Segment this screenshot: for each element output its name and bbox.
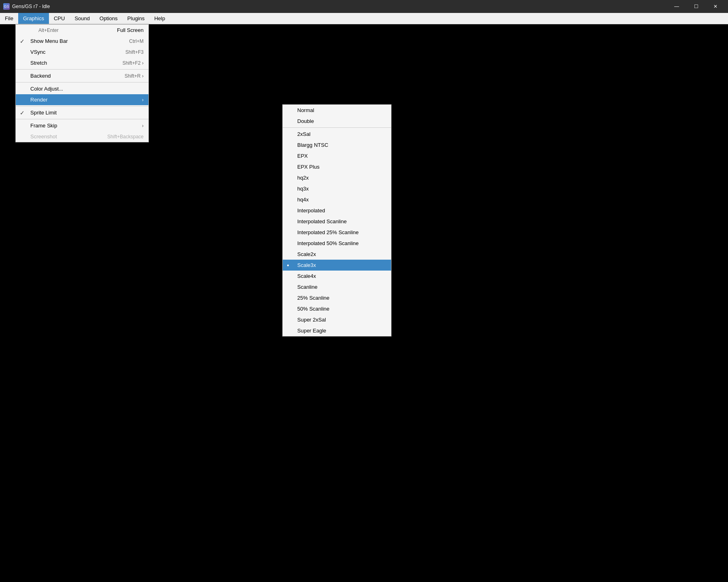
render-hq2x-label: hq2x: [297, 175, 309, 181]
render-label: Render: [30, 97, 48, 103]
render-interpolated-25-scanline-label: Interpolated 25% Scanline: [297, 229, 359, 235]
menu-color-adjust[interactable]: Color Adjust...: [16, 83, 148, 94]
render-hq3x-label: hq3x: [297, 186, 309, 192]
separator-3: [16, 106, 148, 106]
stretch-label: Stretch: [30, 60, 47, 66]
render-interpolated-scanline-label: Interpolated Scanline: [297, 218, 347, 224]
render-super-eagle[interactable]: Super Eagle: [283, 325, 391, 336]
vsync-shortcut: Shift+F3: [125, 49, 144, 55]
render-25-scanline[interactable]: 25% Scanline: [283, 292, 391, 303]
minimize-button[interactable]: —: [667, 0, 686, 13]
render-epx-plus-label: EPX Plus: [297, 164, 320, 170]
render-epx-label: EPX: [297, 153, 308, 159]
render-double-label: Double: [297, 118, 314, 124]
render-25-scanline-label: 25% Scanline: [297, 295, 330, 301]
render-epx[interactable]: EPX: [283, 150, 391, 161]
screenshot-label: Screenshot: [30, 133, 57, 140]
menu-full-screen[interactable]: Alt+Enter Full Screen: [16, 25, 148, 36]
menu-render[interactable]: Render ›: [16, 94, 148, 105]
render-blargg-ntsc-label: Blargg NTSC: [297, 142, 328, 148]
menu-stretch[interactable]: Stretch Shift+F2 ›: [16, 57, 148, 68]
render-scale4x-label: Scale4x: [297, 273, 316, 279]
render-scanline-label: Scanline: [297, 284, 317, 290]
render-scale2x[interactable]: Scale2x: [283, 249, 391, 260]
menu-item-plugins[interactable]: Plugins: [123, 13, 150, 24]
render-interpolated-scanline[interactable]: Interpolated Scanline: [283, 216, 391, 227]
render-scale3x[interactable]: ● Scale3x: [283, 260, 391, 271]
sprite-limit-label: Sprite Limit: [30, 110, 57, 116]
close-button[interactable]: ✕: [706, 0, 725, 13]
show-menu-bar-shortcut: Ctrl+M: [129, 38, 144, 44]
color-adjust-label: Color Adjust...: [30, 86, 63, 92]
menu-item-options[interactable]: Options: [95, 13, 123, 24]
render-scale3x-label: Scale3x: [297, 262, 316, 268]
render-normal[interactable]: Normal: [283, 105, 391, 116]
maximize-button[interactable]: ☐: [687, 0, 705, 13]
menu-vsync[interactable]: VSync Shift+F3: [16, 47, 148, 57]
render-normal-label: Normal: [297, 107, 314, 113]
menu-item-sound[interactable]: Sound: [70, 13, 95, 24]
render-blargg-ntsc[interactable]: Blargg NTSC: [283, 140, 391, 150]
render-hq4x-label: hq4x: [297, 197, 309, 203]
render-hq2x[interactable]: hq2x: [283, 172, 391, 183]
menu-sprite-limit[interactable]: ✓ Sprite Limit: [16, 107, 148, 118]
title-bar-controls: — ☐ ✕: [667, 0, 725, 13]
render-super-eagle-label: Super Eagle: [297, 328, 326, 334]
render-scanline[interactable]: Scanline: [283, 281, 391, 292]
stretch-shortcut: Shift+F2 ›: [123, 60, 144, 66]
render-submenu: Normal Double 2xSal Blargg NTSC EPX EPX …: [282, 104, 392, 337]
menu-screenshot[interactable]: Screenshot Shift+Backspace: [16, 131, 148, 142]
render-hq3x[interactable]: hq3x: [283, 183, 391, 194]
show-menu-bar-check: ✓: [20, 38, 25, 44]
title-bar-text: Gens/GS r7 - Idle: [12, 4, 50, 9]
full-screen-label: Full Screen: [117, 27, 144, 33]
menu-item-help[interactable]: Help: [149, 13, 170, 24]
title-bar: GS Gens/GS r7 - Idle — ☐ ✕: [0, 0, 728, 13]
frame-skip-label: Frame Skip: [30, 123, 57, 129]
title-bar-left: GS Gens/GS r7 - Idle: [3, 3, 50, 10]
render-50-scanline[interactable]: 50% Scanline: [283, 303, 391, 314]
menu-show-menu-bar[interactable]: ✓ Show Menu Bar Ctrl+M: [16, 36, 148, 47]
render-scale2x-label: Scale2x: [297, 251, 316, 257]
separator-1: [16, 69, 148, 70]
separator-2: [16, 82, 148, 83]
menu-item-cpu[interactable]: CPU: [49, 13, 70, 24]
render-arrow: ›: [142, 97, 144, 103]
render-interpolated-25-scanline[interactable]: Interpolated 25% Scanline: [283, 227, 391, 238]
menu-frame-skip[interactable]: Frame Skip ›: [16, 120, 148, 131]
render-double[interactable]: Double: [283, 116, 391, 127]
render-sep-1: [283, 127, 391, 128]
render-2xsal-label: 2xSal: [297, 131, 311, 137]
backend-label: Backend: [30, 73, 51, 79]
sprite-limit-check: ✓: [20, 110, 25, 116]
render-interpolated-50-scanline-label: Interpolated 50% Scanline: [297, 240, 359, 246]
vsync-label: VSync: [30, 49, 46, 55]
menu-item-file[interactable]: File: [0, 13, 18, 24]
render-interpolated-label: Interpolated: [297, 207, 325, 214]
render-interpolated-50-scanline[interactable]: Interpolated 50% Scanline: [283, 238, 391, 249]
render-hq4x[interactable]: hq4x: [283, 194, 391, 205]
render-super-2xsal-label: Super 2xSal: [297, 317, 326, 323]
render-50-scanline-label: 50% Scanline: [297, 306, 330, 312]
render-scale4x[interactable]: Scale4x: [283, 271, 391, 281]
app-icon: GS: [3, 3, 10, 10]
render-2xsal[interactable]: 2xSal: [283, 129, 391, 140]
menu-backend[interactable]: Backend Shift+R ›: [16, 70, 148, 81]
render-epx-plus[interactable]: EPX Plus: [283, 161, 391, 172]
menu-bar: File Graphics CPU Sound Options Plugins …: [0, 13, 728, 24]
render-super-2xsal[interactable]: Super 2xSal: [283, 314, 391, 325]
menu-item-graphics[interactable]: Graphics: [18, 13, 49, 24]
show-menu-bar-label: Show Menu Bar: [30, 38, 68, 44]
frame-skip-arrow: ›: [142, 123, 144, 129]
scale3x-bullet: ●: [287, 263, 289, 267]
render-interpolated[interactable]: Interpolated: [283, 205, 391, 216]
separator-4: [16, 119, 148, 119]
screenshot-shortcut: Shift+Backspace: [107, 134, 144, 140]
full-screen-shortcut: Alt+Enter: [38, 28, 59, 33]
graphics-dropdown: Alt+Enter Full Screen ✓ Show Menu Bar Ct…: [15, 24, 149, 142]
backend-shortcut: Shift+R ›: [125, 73, 144, 79]
